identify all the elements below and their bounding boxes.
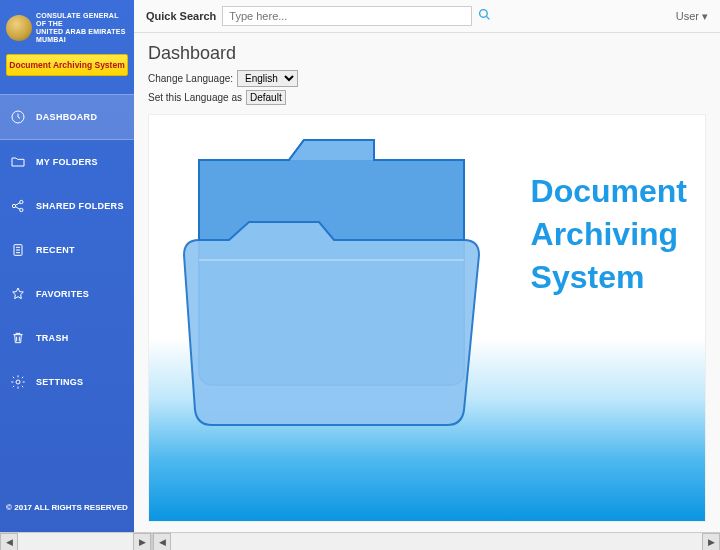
sidebar-item-label: FAVORITES (36, 289, 89, 299)
sidebar-item-recent[interactable]: RECENT (0, 228, 134, 272)
sidebar-item-settings[interactable]: SETTINGS (0, 360, 134, 404)
sidebar-item-my-folders[interactable]: MY FOLDERS (0, 140, 134, 184)
brand-block: CONSULATE GENERAL OF THE UNITED ARAB EMI… (0, 8, 134, 54)
sidebar-item-trash[interactable]: TRASH (0, 316, 134, 360)
hero-line2: Archiving (531, 216, 679, 252)
change-language-label: Change Language: (148, 73, 233, 84)
search-icon[interactable] (478, 8, 491, 24)
brand-line2: UNITED ARAB EMIRATES (36, 28, 126, 35)
quick-search-input[interactable] (222, 6, 472, 26)
sidebar-item-label: SETTINGS (36, 377, 83, 387)
default-button[interactable]: Default (246, 90, 286, 105)
hero: Document Archiving System (148, 114, 706, 522)
sidebar: CONSULATE GENERAL OF THE UNITED ARAB EMI… (0, 0, 134, 532)
set-language-label: Set this Language as (148, 92, 242, 103)
change-language-row: Change Language: English (148, 70, 706, 87)
sidebar-item-label: DASHBOARD (36, 112, 97, 122)
brand-logo (6, 15, 32, 41)
folder-icon (10, 154, 26, 170)
svg-point-3 (20, 209, 23, 212)
set-language-row: Set this Language as Default (148, 90, 706, 105)
scroll-track-left[interactable] (18, 533, 133, 551)
sidebar-item-label: MY FOLDERS (36, 157, 98, 167)
user-label: User (676, 10, 699, 22)
clock-icon (10, 109, 26, 125)
main: Quick Search User ▾ Dashboard Change Lan… (134, 0, 720, 532)
horizontal-scrollbar[interactable]: ◀ ▶ ◀ ▶ (0, 532, 720, 550)
scroll-right-arrow[interactable]: ▶ (702, 533, 720, 551)
brand-text: CONSULATE GENERAL OF THE UNITED ARAB EMI… (36, 12, 128, 44)
brand-line3: MUMBAI (36, 36, 66, 43)
trash-icon (10, 330, 26, 346)
svg-point-6 (480, 10, 488, 18)
clipboard-icon (10, 242, 26, 258)
nav: DASHBOARD MY FOLDERS SHARED FOLDERS RECE… (0, 94, 134, 404)
sidebar-item-favorites[interactable]: FAVORITES (0, 272, 134, 316)
content: Dashboard Change Language: English Set t… (134, 33, 720, 532)
svg-point-2 (20, 201, 23, 204)
copyright: © 2017 ALL RIGHTS RESERVED (0, 491, 134, 524)
sidebar-item-label: RECENT (36, 245, 75, 255)
scroll-track-right[interactable] (171, 533, 702, 551)
hero-text: Document Archiving System (531, 170, 687, 300)
gear-icon (10, 374, 26, 390)
folder-illustration (159, 120, 499, 450)
share-icon (10, 198, 26, 214)
quick-search-label: Quick Search (146, 10, 216, 22)
scroll-left-arrow-right[interactable]: ◀ (153, 533, 171, 551)
document-archiving-system-button[interactable]: Document Archiving System (6, 54, 128, 76)
svg-point-5 (16, 380, 20, 384)
hero-line3: System (531, 259, 645, 295)
hero-line1: Document (531, 173, 687, 209)
scroll-left-arrow[interactable]: ◀ (0, 533, 18, 551)
scroll-right-arrow-left[interactable]: ▶ (133, 533, 151, 551)
chevron-down-icon: ▾ (702, 10, 708, 22)
svg-point-1 (12, 205, 15, 208)
sidebar-item-label: SHARED FOLDERS (36, 201, 124, 211)
language-select[interactable]: English (237, 70, 298, 87)
page-title: Dashboard (148, 43, 706, 64)
sidebar-item-shared-folders[interactable]: SHARED FOLDERS (0, 184, 134, 228)
sidebar-item-label: TRASH (36, 333, 69, 343)
brand-line1: CONSULATE GENERAL OF THE (36, 12, 118, 27)
topbar: Quick Search User ▾ (134, 0, 720, 33)
sidebar-item-dashboard[interactable]: DASHBOARD (0, 94, 134, 140)
star-icon (10, 286, 26, 302)
user-menu[interactable]: User ▾ (676, 10, 708, 23)
